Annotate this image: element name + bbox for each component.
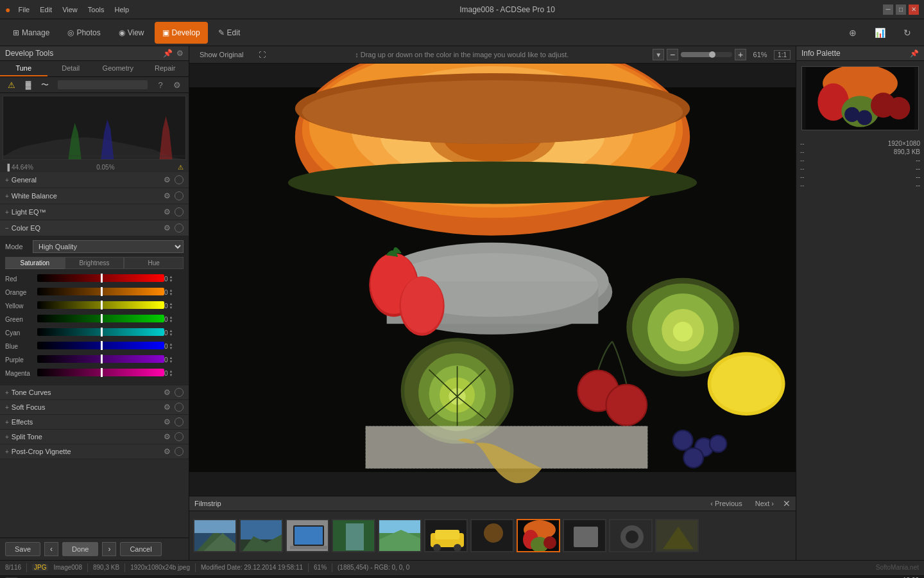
filmstrip-item-1[interactable] [193, 519, 237, 552]
blue-slider[interactable] [37, 342, 164, 351]
pcv-settings-icon[interactable]: ⚙ [164, 447, 171, 456]
filmstrip-item-8[interactable] [517, 519, 560, 552]
cyan-slider[interactable] [37, 328, 164, 337]
tab-tune[interactable]: Tune [0, 61, 47, 76]
manage-nav[interactable]: ⊞ Manage [5, 22, 57, 44]
filmstrip-item-5[interactable] [378, 519, 422, 552]
filmstrip-item-9[interactable] [563, 519, 606, 552]
extra-nav-2[interactable]: 📊 [867, 22, 893, 44]
section-white-balance[interactable]: + White Balance ⚙ [0, 188, 189, 204]
view-nav[interactable]: ◉ View [111, 22, 152, 44]
window-controls[interactable]: ─ □ ✕ [883, 4, 919, 15]
filmstrip-item-6[interactable] [424, 519, 468, 552]
show-original-button[interactable]: Show Original [194, 49, 248, 60]
histogram-icon[interactable]: ▓ [22, 80, 35, 90]
leq-circle-icon[interactable] [175, 207, 184, 216]
cyan-spin-down[interactable]: ▼ [169, 333, 173, 337]
warning-icon[interactable]: ⚠ [5, 80, 18, 90]
magenta-spin-down[interactable]: ▼ [169, 373, 173, 377]
section-split-tone[interactable]: + Split Tone ⚙ [0, 430, 189, 444]
wb-circle-icon[interactable] [175, 191, 184, 200]
extra-nav-3[interactable]: ↻ [896, 22, 919, 44]
wb-settings-icon[interactable]: ⚙ [164, 191, 171, 200]
zoom-down-button[interactable]: ▼ [653, 49, 664, 60]
ceq-settings-icon[interactable]: ⚙ [164, 223, 171, 232]
prev-arrow-button[interactable]: ‹ [44, 542, 58, 556]
panel-scroll[interactable]: + General ⚙ + White Balance ⚙ [0, 172, 189, 538]
red-spin-down[interactable]: ▼ [169, 279, 173, 283]
help-icon[interactable]: ? [154, 80, 167, 90]
eq-tab-hue[interactable]: Hue [124, 257, 184, 269]
close-button[interactable]: ✕ [909, 4, 919, 15]
filmstrip-item-4[interactable] [332, 519, 375, 552]
zoom-slider[interactable] [681, 52, 732, 57]
pin-icon[interactable]: 📌 [163, 49, 173, 58]
purple-spin-down[interactable]: ▼ [169, 360, 173, 363]
tc-circle-icon[interactable] [175, 388, 184, 397]
prev-button[interactable]: ‹ Previous [706, 498, 746, 509]
edit-nav[interactable]: ✎ Edit [210, 22, 248, 44]
red-slider[interactable] [37, 274, 164, 283]
tab-detail[interactable]: Detail [47, 61, 95, 76]
edit-menu[interactable]: Edit [37, 6, 55, 13]
settings-panel-icon[interactable]: ⚙ [176, 49, 184, 58]
maximize-button[interactable]: □ [896, 4, 906, 15]
eq-tab-saturation[interactable]: Saturation [5, 257, 65, 269]
panel-settings-icon[interactable]: ⚙ [171, 80, 184, 90]
pcv-circle-icon[interactable] [175, 447, 184, 456]
st-settings-icon[interactable]: ⚙ [164, 432, 171, 441]
st-circle-icon[interactable] [175, 432, 184, 441]
section-light-eq[interactable]: + Light EQ™ ⚙ [0, 204, 189, 220]
save-button[interactable]: Save [5, 542, 40, 556]
zoom-plus-button[interactable]: + [735, 49, 746, 60]
develop-nav[interactable]: ▣ Develop [155, 22, 208, 44]
file-menu[interactable]: File [15, 6, 32, 13]
tools-menu[interactable]: Tools [85, 6, 107, 13]
magenta-slider[interactable] [37, 369, 164, 378]
cancel-button[interactable]: Cancel [120, 542, 161, 556]
next-button[interactable]: Next › [751, 498, 778, 509]
filmstrip-item-3[interactable] [286, 519, 329, 552]
curve-icon[interactable]: 〜 [38, 80, 51, 90]
tab-geometry[interactable]: Geometry [94, 61, 142, 76]
filmstrip-item-2[interactable] [239, 519, 283, 552]
minimize-button[interactable]: ─ [883, 4, 893, 15]
filmstrip-items[interactable] [189, 511, 796, 560]
general-settings-icon[interactable]: ⚙ [164, 175, 171, 184]
mode-select[interactable]: High Quality Standard [33, 240, 184, 253]
filmstrip-item-7[interactable] [470, 519, 514, 552]
sf-circle-icon[interactable] [175, 403, 184, 412]
orange-slider[interactable] [37, 288, 164, 297]
filmstrip-close-button[interactable]: ✕ [783, 498, 791, 509]
yellow-spin-down[interactable]: ▼ [169, 306, 173, 310]
fullscreen-button[interactable]: ⛶ [253, 49, 271, 60]
orange-spin-down[interactable]: ▼ [169, 292, 173, 296]
extra-nav-1[interactable]: ⊕ [841, 22, 864, 44]
done-button[interactable]: Done [62, 542, 98, 556]
section-soft-focus[interactable]: + Soft Focus ⚙ [0, 400, 189, 415]
section-post-crop[interactable]: + Post-Crop Vignette ⚙ [0, 444, 189, 459]
eff-circle-icon[interactable] [175, 417, 184, 426]
ceq-circle-icon[interactable] [175, 223, 184, 232]
filmstrip-item-10[interactable] [609, 519, 653, 552]
green-spin-down[interactable]: ▼ [169, 319, 173, 323]
section-tone-curves[interactable]: + Tone Curves ⚙ [0, 385, 189, 400]
section-color-eq[interactable]: − Color EQ ⚙ [0, 220, 189, 236]
section-general[interactable]: + General ⚙ [0, 172, 189, 188]
general-circle-icon[interactable] [175, 175, 184, 184]
section-effects[interactable]: + Effects ⚙ [0, 415, 189, 430]
green-slider[interactable] [37, 315, 164, 324]
eq-tab-brightness[interactable]: Brightness [65, 257, 124, 269]
blue-spin-down[interactable]: ▼ [169, 346, 173, 350]
filmstrip-item-11[interactable] [655, 519, 699, 552]
zoom-minus-button[interactable]: − [667, 49, 678, 60]
leq-settings-icon[interactable]: ⚙ [164, 207, 171, 216]
app-menu[interactable]: ● File Edit View Tools Help [5, 4, 132, 15]
next-arrow-button[interactable]: › [102, 542, 116, 556]
purple-slider[interactable] [37, 355, 164, 364]
pin-info-icon[interactable]: 📌 [910, 49, 919, 58]
help-menu[interactable]: Help [112, 6, 132, 13]
tc-settings-icon[interactable]: ⚙ [164, 388, 171, 397]
yellow-slider[interactable] [37, 301, 164, 310]
ratio-button[interactable]: 1:1 [774, 50, 791, 60]
